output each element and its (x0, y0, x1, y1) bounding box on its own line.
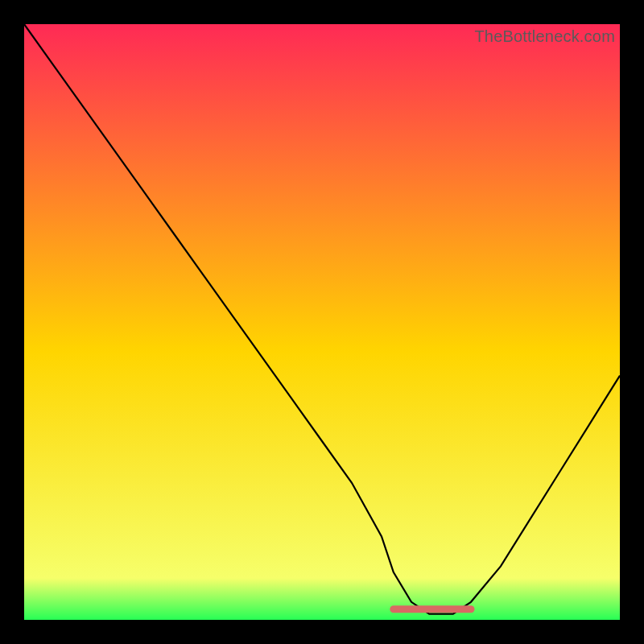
bottleneck-chart (24, 24, 620, 620)
gradient-bg (24, 24, 620, 620)
watermark-text: TheBottleneck.com (474, 27, 615, 46)
chart-frame: TheBottleneck.com (24, 24, 620, 620)
